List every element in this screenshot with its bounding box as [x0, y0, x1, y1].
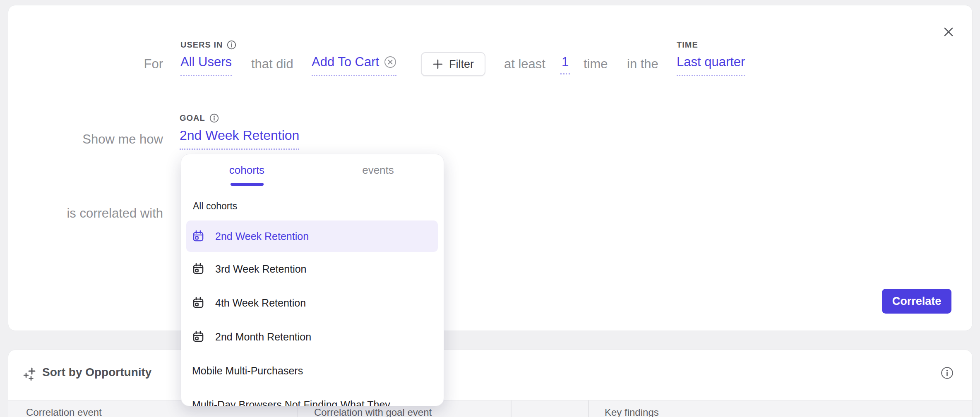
info-icon[interactable] [941, 367, 954, 379]
results-card: Sort by Opportunity Correlation event Co… [8, 350, 973, 417]
column-correlation-event: Correlation event [26, 407, 102, 417]
list-item-label: Multi-Day Browsers Not Finding What They [192, 399, 390, 407]
results-table-header: Correlation event Correlation with goal … [8, 400, 972, 417]
dropdown-section-title: All cohorts [193, 201, 237, 212]
opportunity-sparkle-icon [23, 367, 38, 381]
correlate-page: For Show me how is correlated with USERS… [0, 0, 980, 417]
count-value: 1 [562, 55, 569, 70]
info-icon[interactable] [227, 40, 236, 50]
list-item-cohort[interactable]: 2nd Month Retention [186, 320, 438, 354]
cohort-selector-value: All Users [180, 55, 232, 70]
query-builder-card: For Show me how is correlated with USERS… [8, 5, 973, 331]
list-item-label: 4th Week Retention [215, 297, 306, 309]
calendar-icon [192, 263, 204, 275]
time-label-text: TIME [677, 40, 698, 50]
goal-selector-value: 2nd Week Retention [180, 128, 299, 143]
dropdown-tabs: cohorts events [181, 154, 444, 186]
correlate-button[interactable]: Correlate [882, 289, 951, 314]
close-icon[interactable] [943, 26, 954, 38]
time-label: TIME [677, 40, 698, 50]
users-in-label: USERS IN [180, 40, 236, 50]
is-correlated-with-text: is correlated with [17, 206, 163, 221]
event-selector[interactable]: Add To Cart [312, 55, 396, 76]
add-filter-button[interactable]: Filter [421, 52, 485, 76]
time-word-text: time [584, 57, 608, 72]
list-item-cohort[interactable]: 2nd Week Retention [186, 220, 438, 252]
tab-cohorts[interactable]: cohorts [181, 154, 312, 186]
column-key-findings: Key findings [605, 407, 659, 417]
add-filter-label: Filter [449, 58, 474, 71]
list-item-cohort[interactable]: 3rd Week Retention [186, 252, 438, 286]
calendar-icon [192, 297, 204, 309]
count-selector[interactable]: 1 [560, 55, 570, 74]
for-text: For [17, 57, 163, 72]
goal-dropdown: cohorts events All cohorts 2nd Week Rete… [181, 154, 444, 406]
list-item-label: 2nd Week Retention [215, 230, 309, 242]
users-in-label-text: USERS IN [180, 40, 223, 50]
list-item-label: 2nd Month Retention [215, 331, 311, 343]
goal-label: GOAL [180, 113, 219, 123]
column-divider [588, 400, 589, 417]
tab-events[interactable]: events [312, 154, 444, 186]
goal-selector[interactable]: 2nd Week Retention [180, 128, 299, 150]
time-range-selector[interactable]: Last quarter [677, 55, 745, 76]
remove-event-icon[interactable] [384, 56, 396, 68]
time-range-value: Last quarter [677, 55, 745, 70]
list-item-cohort[interactable]: Mobile Multi-Purchasers [186, 354, 438, 388]
goal-label-text: GOAL [180, 113, 205, 123]
column-correlation-with-goal-event: Correlation with goal event [314, 407, 432, 417]
list-item-cohort[interactable]: 4th Week Retention [186, 286, 438, 320]
that-did-text: that did [251, 57, 293, 72]
info-icon[interactable] [209, 113, 219, 123]
show-me-how-text: Show me how [17, 132, 163, 147]
sort-by-opportunity-label[interactable]: Sort by Opportunity [42, 366, 151, 379]
at-least-text: at least [504, 57, 545, 72]
column-divider [511, 400, 512, 417]
plus-icon [432, 59, 443, 70]
in-the-text: in the [627, 57, 658, 72]
calendar-icon [192, 331, 204, 343]
list-item-label: Mobile Multi-Purchasers [192, 365, 303, 377]
list-item-label: 3rd Week Retention [215, 263, 307, 275]
calendar-icon [192, 230, 204, 242]
cohort-selector[interactable]: All Users [180, 55, 232, 76]
list-item-cohort[interactable]: Multi-Day Browsers Not Finding What They [186, 388, 438, 406]
event-selector-value: Add To Cart [312, 55, 379, 70]
